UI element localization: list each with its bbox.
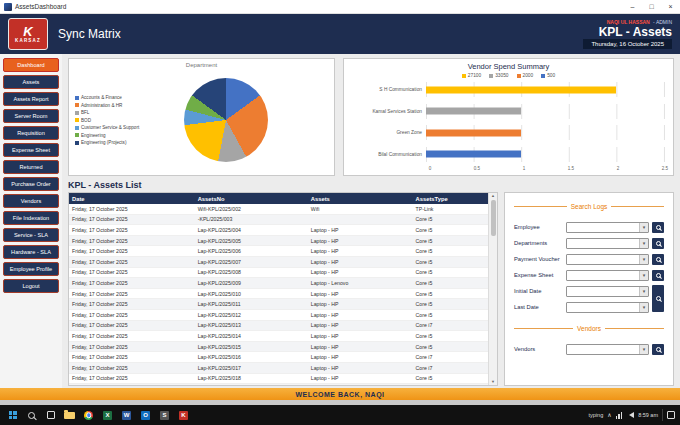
sidebar-item-logout[interactable]: Logout xyxy=(3,279,59,293)
sidebar-item-returned[interactable]: Returned xyxy=(3,160,59,174)
table-cell: Laptop - HP xyxy=(308,299,413,310)
column-header-date[interactable]: Date xyxy=(69,193,195,204)
karsaz-app-icon[interactable]: K xyxy=(174,406,193,424)
sidebar-item-purchase-order[interactable]: Purchase Order xyxy=(3,177,59,191)
minimize-button[interactable]: – xyxy=(623,0,642,13)
table-row[interactable]: Friday, 17 October 2025Lap-KPL/2025/005L… xyxy=(69,235,488,246)
axis-tick-label: 0 xyxy=(429,166,432,171)
scroll-up-icon[interactable]: ▲ xyxy=(491,193,495,199)
sidebar-item-hardware-sla[interactable]: Hardware - SLA xyxy=(3,245,59,259)
sidebar-item-assets-report[interactable]: Assets Report xyxy=(3,92,59,106)
table-row[interactable]: Friday, 17 October 2025Lap-KPL/2025/006L… xyxy=(69,246,488,257)
chrome-icon[interactable] xyxy=(79,406,98,424)
sidebar-item-vendors[interactable]: Vendors xyxy=(3,194,59,208)
table-scrollbar[interactable]: ▲ ▼ xyxy=(488,193,497,385)
chevron-down-icon[interactable]: ▾ xyxy=(639,255,648,264)
table-row[interactable]: Friday, 17 October 2025Lap-KPL/2025/019L… xyxy=(69,384,488,386)
network-icon[interactable] xyxy=(616,412,623,419)
legend-swatch xyxy=(75,96,79,100)
table-row[interactable]: Friday, 17 October 2025Lap-KPL/2025/014L… xyxy=(69,331,488,342)
table-row[interactable]: Friday, 17 October 2025-KPL/2025/003Core… xyxy=(69,214,488,225)
payment-voucher-combo[interactable]: ▾ xyxy=(566,254,649,265)
search-icon[interactable] xyxy=(22,406,41,424)
excel-icon[interactable]: X xyxy=(98,406,117,424)
table-row[interactable]: Friday, 17 October 2025Lap-KPL/2025/017L… xyxy=(69,362,488,373)
table-row[interactable]: Friday, 17 October 2025Lap-KPL/2025/004L… xyxy=(69,225,488,236)
departments-search-button[interactable] xyxy=(652,238,664,249)
sql-server-icon[interactable]: S xyxy=(155,406,174,424)
volume-icon[interactable] xyxy=(626,412,634,418)
departments-combo[interactable]: ▾ xyxy=(566,238,649,249)
lower-row: DateAssetsNoAssetsAssetsType Friday, 17 … xyxy=(68,192,674,386)
table-row[interactable]: Friday, 17 October 2025Lap-KPL/2025/012L… xyxy=(69,309,488,320)
table-row[interactable]: Friday, 17 October 2025Lap-KPL/2025/007L… xyxy=(69,256,488,267)
table-row[interactable]: Friday, 17 October 2025Lap-KPL/2025/018L… xyxy=(69,373,488,384)
vendors-combo[interactable]: ▾ xyxy=(566,344,649,355)
title-rule xyxy=(514,328,573,329)
column-header-assetsno[interactable]: AssetsNo xyxy=(195,193,308,204)
bar xyxy=(426,129,521,136)
table-row[interactable]: Friday, 17 October 2025Lap-KPL/2025/011L… xyxy=(69,299,488,310)
sidebar-item-dashboard[interactable]: Dashboard xyxy=(3,58,59,72)
chevron-up-icon[interactable]: ∧ xyxy=(607,412,611,418)
category-label: S H Communication xyxy=(352,87,426,92)
start-icon[interactable] xyxy=(3,406,22,424)
sidebar-item-server-room[interactable]: Server Room xyxy=(3,109,59,123)
column-header-assets[interactable]: Assets xyxy=(308,193,413,204)
table-cell: Laptop - HP xyxy=(308,341,413,352)
maximize-button[interactable]: □ xyxy=(642,0,661,13)
scroll-down-icon[interactable]: ▼ xyxy=(491,379,495,385)
file-explorer-icon[interactable] xyxy=(60,406,79,424)
table-row[interactable]: Friday, 17 October 2025Lap-KPL/2025/010L… xyxy=(69,288,488,299)
expense-sheet-combo[interactable]: ▾ xyxy=(566,270,649,281)
table-cell: Friday, 17 October 2025 xyxy=(69,214,195,225)
vendors-search-button[interactable] xyxy=(652,344,664,355)
search-field-row: Expense Sheet▾ xyxy=(514,267,664,283)
scrollbar-thumb[interactable] xyxy=(491,200,496,236)
employee-combo[interactable]: ▾ xyxy=(566,222,649,233)
sidebar-item-expense-sheet[interactable]: Expense Sheet xyxy=(3,143,59,157)
sidebar-item-employee-profile[interactable]: Employee Profile xyxy=(3,262,59,276)
window-controls: – □ × xyxy=(623,0,680,13)
payment-voucher-search-button[interactable] xyxy=(652,254,664,265)
task-view-icon[interactable] xyxy=(41,406,60,424)
table-cell: Core i5 xyxy=(413,256,488,267)
table-cell xyxy=(308,214,413,225)
table-cell: Friday, 17 October 2025 xyxy=(69,362,195,373)
word-icon[interactable]: W xyxy=(117,406,136,424)
bar xyxy=(426,108,521,115)
notifications-icon[interactable] xyxy=(667,411,675,419)
sidebar-item-file-indexation[interactable]: File Indexation xyxy=(3,211,59,225)
legend-swatch xyxy=(75,141,79,145)
close-button[interactable]: × xyxy=(661,0,680,13)
table-row[interactable]: Friday, 17 October 2025Lap-KPL/2025/016L… xyxy=(69,352,488,363)
sidebar-item-service-sla[interactable]: Service - SLA xyxy=(3,228,59,242)
search-logs-title: Search Logs xyxy=(514,203,664,210)
clock[interactable]: 8:59 am xyxy=(638,412,658,418)
sidebar-item-requisition[interactable]: Requisition xyxy=(3,126,59,140)
outlook-icon[interactable]: O xyxy=(136,406,155,424)
table-row[interactable]: Friday, 17 October 2025Lap-KPL/2025/015L… xyxy=(69,341,488,352)
tray-divider xyxy=(662,409,663,421)
initial-date-combo[interactable]: ▾ xyxy=(566,286,649,297)
date-search-button[interactable] xyxy=(652,285,664,312)
legend-item: 33050 xyxy=(489,73,508,78)
vendor-bars: S H CommunicationKamal Services StationG… xyxy=(352,79,665,165)
sidebar-item-assets[interactable]: Assets xyxy=(3,75,59,89)
chevron-down-icon[interactable]: ▾ xyxy=(639,345,648,354)
table-row[interactable]: Friday, 17 October 2025Wifi-KPL/2025/002… xyxy=(69,204,488,214)
chevron-down-icon[interactable]: ▾ xyxy=(639,239,648,248)
table-row[interactable]: Friday, 17 October 2025Lap-KPL/2025/013L… xyxy=(69,320,488,331)
chevron-down-icon[interactable]: ▾ xyxy=(639,223,648,232)
chevron-down-icon[interactable]: ▾ xyxy=(639,303,648,312)
chevron-down-icon[interactable]: ▾ xyxy=(639,287,648,296)
expense-sheet-search-button[interactable] xyxy=(652,270,664,281)
table-cell: Core i5 xyxy=(413,331,488,342)
column-header-assetstype[interactable]: AssetsType xyxy=(413,193,488,204)
employee-search-button[interactable] xyxy=(652,222,664,233)
table-row[interactable]: Friday, 17 October 2025Lap-KPL/2025/009L… xyxy=(69,278,488,289)
chevron-down-icon[interactable]: ▾ xyxy=(639,271,648,280)
table-row[interactable]: Friday, 17 October 2025Lap-KPL/2025/008L… xyxy=(69,267,488,278)
last-date-combo[interactable]: ▾ xyxy=(566,302,649,313)
bar-track xyxy=(426,82,665,97)
